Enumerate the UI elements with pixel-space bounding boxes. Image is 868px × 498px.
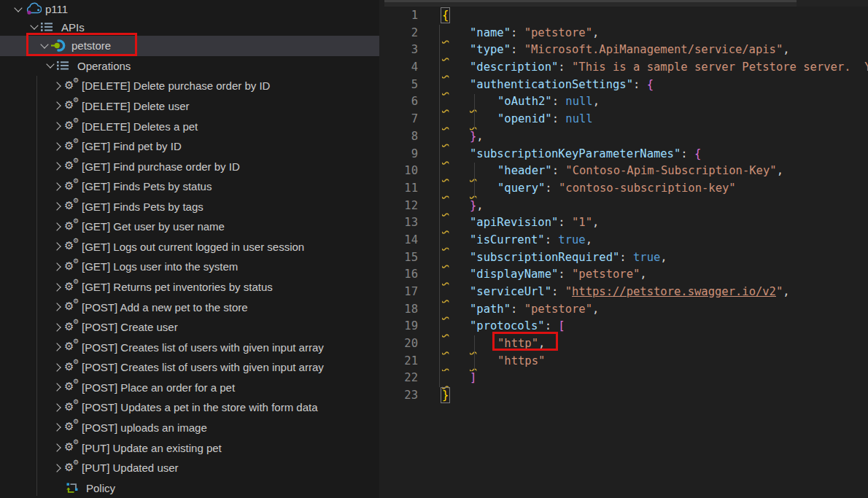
code-line-4[interactable]: 4 "description": "This is a sample serve… bbox=[379, 59, 868, 77]
tab-whitespace-warning bbox=[442, 318, 470, 335]
chevron-right-icon[interactable] bbox=[53, 80, 64, 92]
tree-item-apis[interactable]: APIs bbox=[0, 18, 379, 36]
tab-whitespace-warning bbox=[442, 146, 470, 163]
chevron-down-icon[interactable] bbox=[39, 40, 51, 52]
chevron-right-icon[interactable] bbox=[53, 201, 64, 212]
tree-item-op-13[interactable]: ⚙⚙[POST] Create user bbox=[0, 317, 379, 338]
chevron-right-icon[interactable] bbox=[53, 322, 64, 333]
chevron-right-icon[interactable] bbox=[53, 120, 64, 132]
chevron-right-icon[interactable] bbox=[53, 362, 64, 373]
chevron-right-icon[interactable] bbox=[53, 381, 64, 393]
tree-item-label: petstore bbox=[71, 39, 111, 52]
line-number: 20 bbox=[379, 335, 418, 353]
tree-item-op-9[interactable]: ⚙⚙[GET] Logs out current logged in user … bbox=[0, 237, 379, 257]
code-line-21[interactable]: 21 "https" bbox=[379, 353, 868, 370]
tree-item-op-11[interactable]: ⚙⚙[GET] Returns pet inventories by statu… bbox=[0, 277, 379, 297]
code-line-17[interactable]: 17 "serviceUrl": "https://petstore.swagg… bbox=[379, 284, 868, 301]
code-line-18[interactable]: 18 "path": "petstore", bbox=[379, 301, 868, 319]
line-number: 13 bbox=[379, 214, 418, 232]
tree-item-op-3[interactable]: ⚙⚙[DELETE] Deletes a pet bbox=[0, 116, 379, 136]
chevron-right-icon[interactable] bbox=[53, 221, 64, 233]
chevron-down-icon[interactable] bbox=[29, 21, 41, 33]
tree-item-op-19[interactable]: ⚙⚙[PUT] Update an existing pet bbox=[0, 437, 379, 458]
gear-icon: ⚙⚙ bbox=[64, 99, 79, 112]
chevron-down-icon[interactable] bbox=[45, 60, 57, 71]
tree-item-operations[interactable]: Operations bbox=[0, 56, 379, 77]
chevron-right-icon[interactable] bbox=[53, 241, 64, 252]
tab-whitespace-warning bbox=[442, 266, 470, 284]
tree-item-label: [GET] Get user by user name bbox=[82, 220, 225, 233]
code-line-5[interactable]: 5 "authenticationSettings": { bbox=[379, 77, 868, 94]
chevron-right-icon[interactable] bbox=[53, 341, 64, 353]
code-line-8[interactable]: 8 }, bbox=[379, 128, 868, 146]
tree-item-op-14[interactable]: ⚙⚙[POST] Creates list of users with give… bbox=[0, 337, 379, 357]
code-line-11[interactable]: 11 "query": "contoso-subscription-key" bbox=[379, 180, 868, 198]
indent-guide bbox=[474, 94, 475, 128]
line-number: 23 bbox=[379, 387, 418, 405]
code-line-2[interactable]: 2 "name": "petstore", bbox=[379, 25, 868, 42]
chevron-right-icon[interactable] bbox=[53, 462, 64, 474]
tree-item-op-6[interactable]: ⚙⚙[GET] Finds Pets by status bbox=[0, 176, 379, 197]
tree-item-op-17[interactable]: ⚙⚙[POST] Updates a pet in the store with… bbox=[0, 397, 379, 418]
chevron-right-icon[interactable] bbox=[53, 261, 64, 273]
tree-item-op-15[interactable]: ⚙⚙[POST] Creates list of users with give… bbox=[0, 357, 379, 378]
code-line-1[interactable]: 1{ bbox=[379, 7, 868, 25]
tree-item-op-16[interactable]: ⚙⚙[POST] Place an order for a pet bbox=[0, 378, 379, 398]
code-line-19[interactable]: 19 "protocols": [ bbox=[379, 318, 868, 335]
tree-item-op-7[interactable]: ⚙⚙[GET] Finds Pets by tags bbox=[0, 197, 379, 217]
chevron-down-icon[interactable] bbox=[13, 4, 25, 15]
code-line-9[interactable]: 9 "subscriptionKeyParameterNames": { bbox=[379, 146, 868, 163]
token-pn: , bbox=[592, 216, 599, 229]
token-st: "This is a sample server Petstore server… bbox=[572, 61, 868, 74]
tree-item-op-10[interactable]: ⚙⚙[GET] Logs user into the system bbox=[0, 257, 379, 277]
chevron-right-icon[interactable] bbox=[53, 141, 64, 152]
token-pn: : bbox=[552, 112, 566, 125]
tree-item-op-8[interactable]: ⚙⚙[GET] Get user by user name bbox=[0, 217, 379, 237]
code-line-12[interactable]: 12 }, bbox=[379, 198, 868, 215]
code-line-10[interactable]: 10 "header": "Contoso-Apim-Subscription-… bbox=[379, 163, 868, 180]
chevron-right-icon[interactable] bbox=[53, 301, 64, 313]
line-number: 1 bbox=[379, 7, 418, 25]
tree-item-op-18[interactable]: ⚙⚙[POST] uploads an image bbox=[0, 418, 379, 438]
chevron-right-icon[interactable] bbox=[53, 160, 64, 172]
token-key: "header" bbox=[497, 164, 552, 177]
tree-item-op-4[interactable]: ⚙⚙[GET] Find pet by ID bbox=[0, 136, 379, 157]
json-editor[interactable]: 1{2 "name": "petstore",3 "type": "Micros… bbox=[379, 0, 868, 498]
tree-item-op-20[interactable]: ⚙⚙[PUT] Updated user bbox=[0, 458, 379, 478]
code-line-3[interactable]: 3 "type": "Microsoft.ApiManagement/servi… bbox=[379, 42, 868, 59]
code-line-22[interactable]: 22 ] bbox=[379, 370, 868, 387]
gear-icon: ⚙⚙ bbox=[64, 462, 79, 475]
indent-guide bbox=[439, 25, 440, 388]
code-line-23[interactable]: 23} bbox=[379, 387, 868, 405]
token-pn: : bbox=[511, 26, 524, 39]
token-st: "1" bbox=[572, 216, 592, 229]
tree-item-op-2[interactable]: ⚙⚙[DELETE] Delete user bbox=[0, 96, 379, 117]
tree-item-op-12[interactable]: ⚙⚙[POST] Add a new pet to the store bbox=[0, 297, 379, 317]
code-line-16[interactable]: 16 "displayName": "petstore", bbox=[379, 266, 868, 284]
chevron-right-icon[interactable] bbox=[53, 281, 64, 293]
token-kw: null bbox=[565, 112, 592, 125]
code-line-13[interactable]: 13 "apiRevision": "1", bbox=[379, 214, 868, 232]
tree-item-op-5[interactable]: ⚙⚙[GET] Find purchase order by ID bbox=[0, 156, 379, 176]
code-line-14[interactable]: 14 "isCurrent": true, bbox=[379, 232, 868, 249]
gear-icon: ⚙⚙ bbox=[64, 361, 79, 374]
chevron-right-icon[interactable] bbox=[53, 421, 64, 433]
code-line-7[interactable]: 7 "openid": null bbox=[379, 111, 868, 128]
apim-service-icon bbox=[25, 3, 42, 16]
chevron-right-icon[interactable] bbox=[53, 402, 64, 413]
line-number: 4 bbox=[379, 59, 418, 77]
code-line-20[interactable]: 20 "http", bbox=[379, 335, 868, 353]
gear-icon: ⚙⚙ bbox=[64, 381, 79, 394]
code-text: } bbox=[442, 387, 449, 405]
code-line-6[interactable]: 6 "oAuth2": null, bbox=[379, 93, 868, 111]
chevron-right-icon[interactable] bbox=[53, 181, 64, 192]
tree-item-policy[interactable]: Policy bbox=[0, 478, 379, 498]
chevron-right-icon[interactable] bbox=[53, 442, 64, 454]
tree-item-p111[interactable]: p111 bbox=[0, 0, 379, 18]
chevron-right-icon[interactable] bbox=[53, 100, 64, 112]
code-area[interactable]: 1{2 "name": "petstore",3 "type": "Micros… bbox=[379, 0, 868, 498]
tree-item-op-1[interactable]: ⚙⚙[DELETE] Delete purchase order by ID bbox=[0, 76, 379, 96]
code-line-15[interactable]: 15 "subscriptionRequired": true, bbox=[379, 249, 868, 267]
tree-item-petstore[interactable]: petstore bbox=[0, 36, 379, 56]
tree-item-label: APIs bbox=[61, 21, 85, 34]
